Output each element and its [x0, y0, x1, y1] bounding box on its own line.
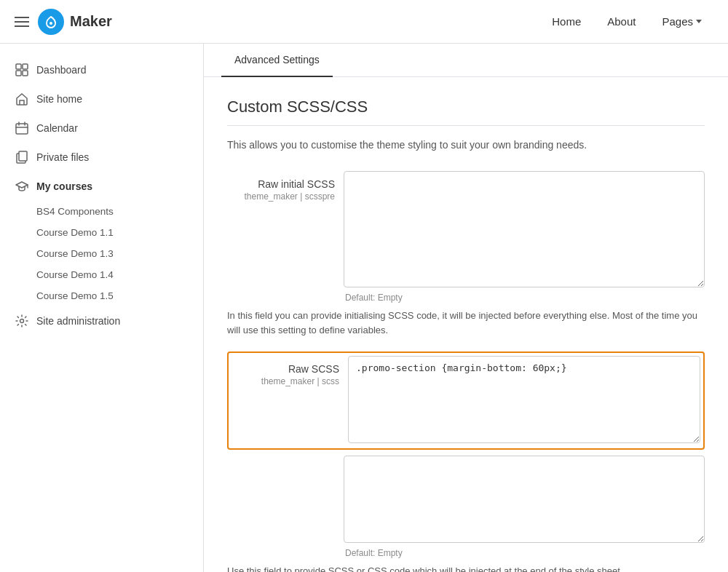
calendar-icon: [15, 121, 29, 135]
main-content: Advanced Settings Custom SCSS/CSS This a…: [204, 44, 728, 572]
sidebar-label-dashboard: Dashboard: [36, 64, 87, 76]
nav-links: Home About Pages: [540, 9, 713, 33]
field-label-col-initial: Raw initial SCSS theme_maker | scsspre: [227, 171, 344, 303]
tabs-bar: Advanced Settings: [204, 44, 728, 77]
sidebar: Dashboard Site home Calendar Private fil…: [0, 44, 204, 572]
brand-logo[interactable]: Maker: [38, 9, 112, 35]
field-row-raw-scss-extra: Default: Empty: [227, 456, 705, 558]
sidebar-sub-course-1-4[interactable]: Course Demo 1.4: [0, 264, 203, 285]
home-icon: [15, 92, 29, 106]
sidebar-label-private-files: Private files: [36, 151, 89, 163]
sidebar-sub-bs4[interactable]: BS4 Components: [0, 201, 203, 222]
sidebar-item-private-files[interactable]: Private files: [0, 143, 203, 172]
svg-rect-1: [16, 64, 21, 69]
section-divider: [227, 125, 705, 126]
nav-home[interactable]: Home: [540, 9, 593, 33]
raw-scss-input[interactable]: .promo-section {margin-bottom: 60px;}: [348, 356, 700, 443]
svg-rect-4: [23, 71, 28, 76]
raw-initial-scss-input[interactable]: [344, 171, 705, 287]
raw-scss-extra-input[interactable]: [344, 456, 705, 543]
files-icon: [15, 150, 29, 164]
hamburger-button[interactable]: [15, 17, 29, 27]
field-row-raw-initial-scss: Raw initial SCSS theme_maker | scsspre D…: [227, 171, 705, 303]
sidebar-label-site-home: Site home: [36, 93, 82, 105]
svg-rect-5: [16, 124, 28, 134]
field-sublabel-scss: theme_maker | scss: [232, 376, 339, 386]
sidebar-item-dashboard[interactable]: Dashboard: [0, 55, 203, 84]
sidebar-item-calendar[interactable]: Calendar: [0, 114, 203, 143]
sidebar-item-my-courses[interactable]: My courses: [0, 172, 203, 201]
chevron-down-icon: [696, 20, 702, 23]
sidebar-sub-course-1-3[interactable]: Course Demo 1.3: [0, 243, 203, 264]
nav-pages[interactable]: Pages: [650, 9, 713, 33]
field-input-col-scss-extra: Default: Empty: [344, 456, 705, 558]
field-row-raw-scss-highlighted: Raw SCSS theme_maker | scss .promo-secti…: [227, 351, 705, 450]
field-help-scss: Use this field to provide SCSS or CSS co…: [227, 564, 705, 572]
tab-advanced-settings[interactable]: Advanced Settings: [221, 44, 333, 77]
section-title: Custom SCSS/CSS: [227, 98, 705, 116]
field-input-col-scss: .promo-section {margin-bottom: 60px;}: [348, 356, 700, 445]
gear-icon: [15, 314, 29, 328]
svg-point-0: [50, 22, 52, 25]
sidebar-item-site-home[interactable]: Site home: [0, 84, 203, 114]
field-input-col-initial: Default: Empty: [344, 171, 705, 303]
graduation-icon: [15, 179, 29, 194]
svg-rect-3: [16, 71, 21, 76]
grid-icon: [15, 63, 29, 77]
svg-point-8: [20, 319, 24, 323]
field-label-col-scss-extra: [227, 456, 344, 558]
sidebar-label-calendar: Calendar: [36, 122, 78, 134]
content-wrapper: Advanced Settings Custom SCSS/CSS This a…: [204, 44, 728, 572]
nav-about[interactable]: About: [596, 9, 647, 33]
sidebar-sub-course-1-5[interactable]: Course Demo 1.5: [0, 285, 203, 306]
field-sublabel-initial: theme_maker | scsspre: [227, 191, 335, 202]
svg-rect-2: [23, 64, 28, 69]
field-help-initial: In this field you can provide initialisi…: [227, 309, 705, 337]
section-description: This allows you to customise the theme s…: [227, 139, 705, 151]
content-area: Custom SCSS/CSS This allows you to custo…: [204, 77, 728, 572]
navbar: Maker Home About Pages: [0, 0, 728, 44]
sidebar-label-my-courses: My courses: [36, 180, 92, 192]
brand-name: Maker: [70, 13, 112, 30]
sidebar-label-site-admin: Site administration: [36, 315, 120, 327]
field-label-scss: Raw SCSS: [288, 363, 339, 375]
sidebar-sub-course-1-1[interactable]: Course Demo 1.1: [0, 222, 203, 243]
default-hint-scss: Default: Empty: [344, 548, 705, 558]
field-label-initial: Raw initial SCSS: [258, 178, 335, 190]
sidebar-item-site-admin[interactable]: Site administration: [0, 306, 203, 335]
field-label-col-scss: Raw SCSS theme_maker | scss: [232, 356, 348, 445]
page-layout: Dashboard Site home Calendar Private fil…: [0, 44, 728, 572]
logo-icon: [38, 9, 64, 35]
default-hint-initial: Default: Empty: [344, 293, 705, 303]
svg-rect-7: [19, 151, 27, 161]
